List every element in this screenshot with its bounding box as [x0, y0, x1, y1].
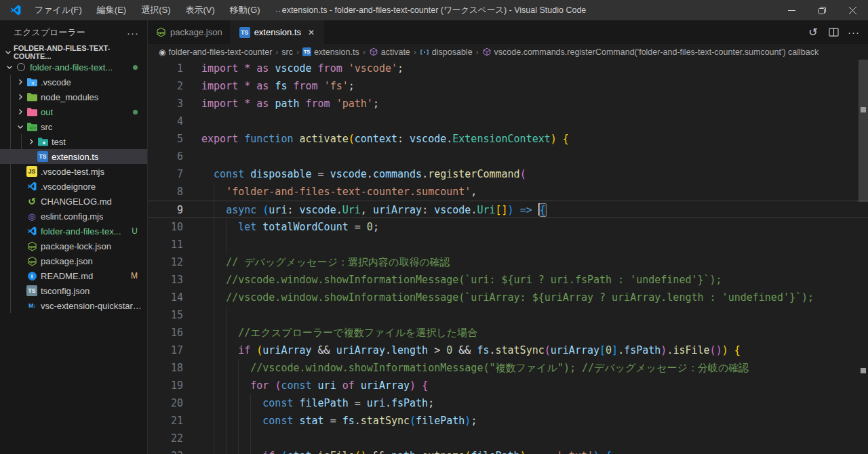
- code-line-20[interactable]: 20 const filePath = uri.fsPath;: [148, 394, 868, 412]
- tree-item-.vscodeignore[interactable]: .vscodeignore: [0, 179, 147, 194]
- ts-mini-icon: TS: [302, 47, 311, 56]
- code-line-17[interactable]: 17 if (uriArray && uriArray.length > 0 &…: [148, 342, 868, 359]
- chevron-right-icon[interactable]: [26, 138, 37, 145]
- tree-item-vsc-extension-quickstart....[interactable]: M↓vsc-extension-quickstart....: [0, 298, 147, 313]
- menu-item-4[interactable]: 移動(G): [222, 0, 268, 20]
- code-line-18[interactable]: 18 //vscode.window.showInformationMessag…: [148, 359, 868, 377]
- tab-close-icon[interactable]: ✕: [308, 28, 315, 37]
- tree-item-folder-and-files-tex...[interactable]: folder-and-files-tex...U: [0, 224, 147, 239]
- restore-icon[interactable]: [807, 0, 837, 20]
- tree-item-.vscode[interactable]: x.vscode: [0, 75, 147, 89]
- breadcrumb-item-5[interactable]: vscode.commands.registerCommand('folder-…: [482, 47, 819, 57]
- line-number: 18: [148, 359, 183, 377]
- tree-item-package.json[interactable]: npmpackage.json: [0, 253, 147, 268]
- code-line-16[interactable]: 16 //エクスプローラーで複数ファイルを選択した場合: [148, 324, 868, 342]
- menu-item-3[interactable]: 表示(V): [178, 0, 222, 20]
- code-line-7[interactable]: 7 const disposable = vscode.commands.reg…: [148, 165, 868, 183]
- history-icon: ↺: [26, 197, 38, 206]
- workspace-section-header[interactable]: FOLDER-AND-FILES-TEXT-COUNTE...: [0, 45, 147, 60]
- tree-item-label: vsc-extension-quickstart....: [41, 301, 142, 311]
- code-line-23[interactable]: 23 if (stat.isFile() && path.extname(fil…: [148, 447, 868, 454]
- indent-guide: [250, 430, 251, 447]
- breadcrumb: ◉folder-and-files-text-counter›src›TSext…: [148, 44, 868, 60]
- tree-item-package-lock.json[interactable]: npmpackage-lock.json: [0, 239, 147, 253]
- tab-extension.ts[interactable]: TSextension.ts✕: [231, 20, 323, 44]
- code-line-22[interactable]: 22: [148, 430, 868, 447]
- code-line-10[interactable]: 10 let totalWordCount = 0;: [148, 218, 868, 236]
- indent-guide: [238, 412, 239, 430]
- indent-guide: [214, 253, 214, 271]
- explorer-more-actions-icon[interactable]: ···: [127, 27, 139, 39]
- indent-guide: [238, 359, 239, 377]
- code-line-content: import * as path from 'path';: [201, 95, 379, 112]
- tree-item-label: src: [41, 122, 52, 132]
- menu-item-5[interactable]: ···: [268, 0, 292, 20]
- breadcrumb-item-4[interactable]: disposable: [420, 47, 473, 57]
- tree-item-tsconfig.json[interactable]: TStsconfig.json: [0, 283, 147, 298]
- indent-guide: [238, 377, 239, 394]
- chevron-right-icon[interactable]: [15, 108, 26, 115]
- folder-vscode-icon: x: [26, 77, 38, 87]
- tree-item-README.md[interactable]: iREADME.mdM: [0, 268, 147, 283]
- tab-package.json[interactable]: npmpackage.json: [148, 20, 231, 44]
- minimize-icon[interactable]: [776, 0, 807, 20]
- window-controls: [776, 0, 868, 20]
- code-line-13[interactable]: 13 //vscode.window.showInformationMessag…: [148, 271, 868, 289]
- menu-item-1[interactable]: 編集(E): [90, 0, 134, 20]
- line-number: 17: [148, 342, 183, 359]
- symbol-method-icon: [482, 47, 492, 57]
- code-line-11[interactable]: 11: [148, 236, 868, 253]
- chevron-down-icon[interactable]: [15, 123, 26, 130]
- code-line-4[interactable]: 4: [148, 112, 868, 130]
- code-line-3[interactable]: 3import * as path from 'path';: [148, 95, 868, 112]
- code-line-9[interactable]: 9 async (uri: vscode.Uri, uriArray: vsco…: [148, 201, 868, 218]
- code-line-14[interactable]: 14 //vscode.window.showInformationMessag…: [148, 289, 868, 306]
- breadcrumb-item-1[interactable]: src: [281, 47, 293, 57]
- code-line-6[interactable]: 6: [148, 148, 868, 165]
- folder-node-icon: [26, 92, 38, 102]
- breadcrumb-separator: ›: [275, 47, 278, 57]
- tree-item-src[interactable]: </>src: [0, 119, 147, 134]
- tree-item-.vscode-test.mjs[interactable]: JS.vscode-test.mjs: [0, 164, 147, 179]
- code-line-5[interactable]: 5export function activate(context: vscod…: [148, 130, 868, 148]
- scrollbar-thumb[interactable]: [859, 60, 868, 202]
- more-actions-icon[interactable]: ···: [846, 25, 861, 40]
- svg-text:npm: npm: [158, 31, 165, 35]
- tree-item-out[interactable]: out: [0, 104, 147, 119]
- code-line-21[interactable]: 21 const stat = fs.statSync(filePath);: [148, 412, 868, 430]
- breadcrumb-item-3[interactable]: activate: [369, 47, 410, 57]
- tree-item-extension.ts[interactable]: TSextension.ts: [0, 149, 147, 164]
- split-editor-icon[interactable]: [826, 25, 841, 40]
- tree-item-nodemodules[interactable]: node_modules: [0, 89, 147, 104]
- breadcrumb-item-2[interactable]: TSextension.ts: [302, 47, 359, 57]
- code-line-2[interactable]: 2import * as fs from 'fs';: [148, 77, 868, 95]
- chevron-down-icon[interactable]: [4, 64, 15, 70]
- code-line-19[interactable]: 19 for (const uri of uriArray) {: [148, 377, 868, 394]
- code-line-15[interactable]: 15: [148, 306, 868, 324]
- title-bar: ファイル(F)編集(E)選択(S)表示(V)移動(G)··· extension…: [0, 0, 868, 20]
- code-line-content: if (uriArray && uriArray.length > 0 && f…: [201, 342, 741, 359]
- code-line-1[interactable]: 1import * as vscode from 'vscode';: [148, 60, 868, 77]
- tree-item-test[interactable]: test: [0, 134, 147, 149]
- breadcrumb-item-0[interactable]: ◉folder-and-files-text-counter: [159, 47, 272, 57]
- tree-item-eslint.config.mjs[interactable]: ◎eslint.config.mjs: [0, 209, 147, 224]
- js-file-icon: JS: [26, 166, 38, 177]
- vscode-mark-icon: [26, 182, 38, 191]
- indent-guide: [214, 394, 214, 412]
- code-line-12[interactable]: 12 // デバッグメッセージ：選択内容の取得の確認: [148, 253, 868, 271]
- git-status-badge: M: [131, 271, 138, 281]
- close-icon[interactable]: [837, 0, 868, 20]
- menu-item-2[interactable]: 選択(S): [134, 0, 178, 20]
- menu-item-0[interactable]: ファイル(F): [27, 0, 90, 20]
- history-icon[interactable]: ↺: [806, 25, 821, 40]
- code-line-8[interactable]: 8 'folder-and-files-text-counter.sumcoun…: [148, 183, 868, 201]
- tree-item-folder-and-files-text...[interactable]: folder-and-files-text...: [0, 60, 147, 75]
- code-line-content: const filePath = uri.fsPath;: [201, 394, 434, 412]
- chevron-right-icon[interactable]: [15, 94, 26, 100]
- explorer-panel-title: エクスプローラー: [14, 26, 85, 39]
- tree-item-CHANGELOG.md[interactable]: ↺CHANGELOG.md: [0, 194, 147, 209]
- chevron-right-icon[interactable]: [15, 79, 26, 85]
- indent-guide: [214, 236, 214, 253]
- code-editor[interactable]: 1import * as vscode from 'vscode';2impor…: [148, 60, 868, 454]
- breadcrumb-separator: ›: [476, 47, 479, 57]
